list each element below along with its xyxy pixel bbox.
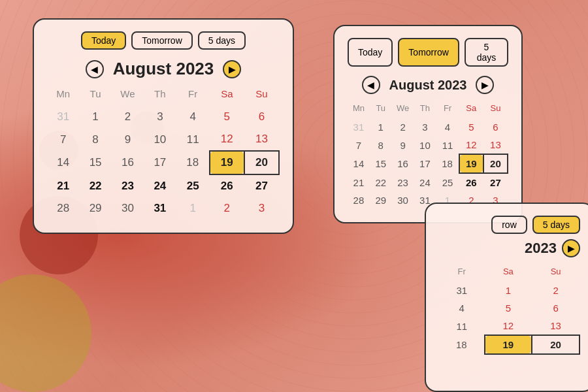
day-cell[interactable]: 3: [244, 197, 279, 220]
day-cell[interactable]: 2: [392, 118, 414, 136]
large-calendar-grid: Mn Tu We Th Fr Sa Su 31 1 2 3 4 5 6 7 8: [47, 86, 280, 220]
day-cell[interactable]: 18: [436, 154, 459, 173]
day-cell[interactable]: 4: [436, 118, 459, 136]
day-cell[interactable]: 15: [79, 151, 111, 174]
small-col-sa: Sa: [459, 101, 483, 118]
day-cell[interactable]: 2: [210, 197, 244, 220]
day-cell[interactable]: 1: [370, 118, 392, 136]
day-cell[interactable]: 18: [439, 335, 485, 354]
today-cell[interactable]: 19: [485, 335, 532, 354]
small-tomorrow-button[interactable]: Tomorrow: [398, 38, 459, 67]
day-cell[interactable]: 6: [483, 118, 508, 136]
day-cell[interactable]: 11: [176, 128, 210, 151]
day-cell[interactable]: 16: [112, 151, 144, 174]
day-cell[interactable]: 7: [47, 128, 79, 151]
large-tomorrow-button[interactable]: Tomorrow: [131, 31, 192, 50]
small-col-fr: Fr: [436, 101, 459, 118]
day-cell[interactable]: 23: [392, 173, 414, 191]
large-5days-button[interactable]: 5 days: [198, 31, 246, 50]
day-cell[interactable]: 31: [144, 197, 176, 220]
large-next-month-button[interactable]: ▶: [223, 60, 241, 78]
tomorrow-cell[interactable]: 20: [483, 154, 508, 173]
day-cell[interactable]: 4: [176, 106, 210, 128]
day-cell[interactable]: 1: [176, 197, 210, 220]
day-cell[interactable]: 21: [47, 174, 79, 197]
day-cell[interactable]: 25: [176, 174, 210, 197]
small-5days-button[interactable]: 5 days: [465, 38, 508, 67]
day-cell[interactable]: 28: [47, 197, 79, 220]
tomorrow-cell[interactable]: 20: [532, 335, 580, 354]
day-cell[interactable]: 25: [436, 173, 459, 191]
table-row: 21 22 23 24 25 26 27: [47, 174, 279, 197]
day-cell[interactable]: 9: [112, 128, 144, 151]
day-cell[interactable]: 24: [144, 174, 176, 197]
day-cell[interactable]: 4: [439, 299, 485, 317]
day-cell[interactable]: 10: [144, 128, 176, 151]
day-cell[interactable]: 28: [348, 191, 370, 209]
day-cell[interactable]: 23: [112, 174, 144, 197]
day-cell[interactable]: 10: [414, 136, 436, 154]
day-cell[interactable]: 13: [483, 136, 508, 154]
day-cell[interactable]: 29: [79, 197, 111, 220]
small-prev-month-button[interactable]: ◀: [362, 76, 380, 94]
day-cell[interactable]: 3: [414, 118, 436, 136]
tomorrow-cell[interactable]: 20: [244, 151, 279, 174]
day-cell[interactable]: 13: [532, 317, 580, 335]
day-cell[interactable]: 9: [392, 136, 414, 154]
day-cell[interactable]: 29: [370, 191, 392, 209]
large-prev-month-button[interactable]: ◀: [86, 60, 104, 78]
day-cell[interactable]: 5: [459, 118, 483, 136]
day-cell[interactable]: 27: [244, 174, 279, 197]
day-cell[interactable]: 17: [144, 151, 176, 174]
day-cell[interactable]: 31: [439, 282, 485, 299]
day-cell[interactable]: 8: [79, 128, 111, 151]
day-cell[interactable]: 11: [436, 136, 459, 154]
large-col-su: Su: [244, 86, 279, 106]
day-cell[interactable]: 15: [370, 154, 392, 173]
table-row: 28 29 30 31 1 2 3: [47, 197, 279, 220]
day-cell[interactable]: 26: [459, 173, 483, 191]
day-cell[interactable]: 12: [210, 128, 244, 151]
day-cell[interactable]: 12: [485, 317, 532, 335]
day-cell[interactable]: 1: [79, 106, 111, 128]
day-cell[interactable]: 30: [392, 191, 414, 209]
day-cell[interactable]: 31: [47, 106, 79, 128]
day-cell[interactable]: 18: [176, 151, 210, 174]
day-cell[interactable]: 2: [112, 106, 144, 128]
today-cell[interactable]: 19: [459, 154, 483, 173]
partial-next-month-button[interactable]: ▶: [562, 239, 580, 257]
day-cell[interactable]: 14: [348, 154, 370, 173]
day-cell[interactable]: 6: [244, 106, 279, 128]
day-cell[interactable]: 17: [414, 154, 436, 173]
day-cell[interactable]: 22: [79, 174, 111, 197]
day-cell[interactable]: 16: [392, 154, 414, 173]
day-cell[interactable]: 7: [348, 136, 370, 154]
partial-col-su: Su: [532, 264, 580, 282]
day-cell[interactable]: 5: [210, 106, 244, 128]
day-cell[interactable]: 31: [348, 118, 370, 136]
day-cell[interactable]: 11: [439, 317, 485, 335]
day-cell[interactable]: 14: [47, 151, 79, 174]
day-cell[interactable]: 30: [112, 197, 144, 220]
day-cell[interactable]: 21: [348, 173, 370, 191]
small-today-button[interactable]: Today: [348, 38, 393, 67]
day-cell[interactable]: 13: [244, 128, 279, 151]
large-today-button[interactable]: Today: [81, 31, 126, 50]
day-cell[interactable]: 22: [370, 173, 392, 191]
day-cell[interactable]: 12: [459, 136, 483, 154]
day-cell[interactable]: 2: [532, 282, 580, 299]
today-cell[interactable]: 19: [210, 151, 244, 174]
day-cell[interactable]: 5: [485, 299, 532, 317]
day-cell[interactable]: 1: [485, 282, 532, 299]
day-cell[interactable]: 24: [414, 173, 436, 191]
small-col-we: We: [392, 101, 414, 118]
day-cell[interactable]: 3: [144, 106, 176, 128]
large-col-fr: Fr: [176, 86, 210, 106]
day-cell[interactable]: 27: [483, 173, 508, 191]
day-cell[interactable]: 26: [210, 174, 244, 197]
small-next-month-button[interactable]: ▶: [476, 76, 494, 94]
partial-row-button[interactable]: row: [491, 216, 527, 234]
day-cell[interactable]: 6: [532, 299, 580, 317]
partial-5days-button[interactable]: 5 days: [532, 216, 580, 234]
day-cell[interactable]: 8: [370, 136, 392, 154]
